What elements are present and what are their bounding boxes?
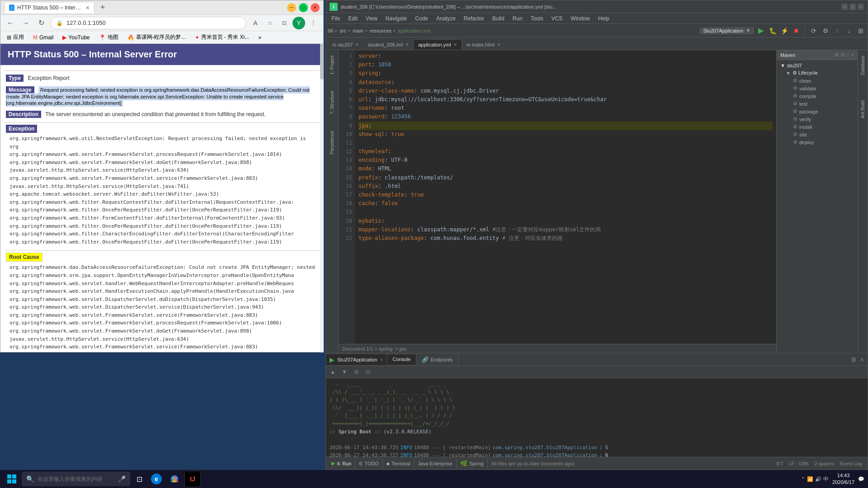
console-settings-icon[interactable]: ⚙ — [851, 356, 857, 363]
task-view-button[interactable]: ⊡ — [132, 472, 146, 486]
menu-item-run[interactable]: Run — [509, 14, 526, 23]
menu-item-code[interactable]: Code — [411, 14, 432, 23]
maven-clean[interactable]: ⚙ clean — [778, 77, 856, 84]
bookmark-gmail[interactable]: M Gmail — [30, 33, 56, 42]
endpoints-tab[interactable]: 🔗 Endpoints — [416, 355, 458, 365]
maven-settings-icon[interactable]: ⚙ — [835, 52, 839, 58]
back-button[interactable]: ← — [4, 17, 17, 29]
network-icon[interactable]: 📶 — [807, 476, 813, 482]
tab-close-icon[interactable]: × — [355, 42, 359, 48]
maven-package[interactable]: ⚙ package — [778, 108, 856, 115]
maximize-button[interactable]: □ — [299, 3, 308, 12]
expand-tray-icon[interactable]: ⌃ — [801, 476, 805, 482]
minimize-button[interactable]: ─ — [287, 3, 296, 12]
menu-icon[interactable]: ⋮ — [307, 17, 320, 29]
menu-item-view[interactable]: View — [362, 14, 381, 23]
maven-install[interactable]: ⚙ install — [778, 123, 856, 131]
ide-restore-button[interactable]: □ — [849, 4, 856, 10]
ide-tab-student_206.iml[interactable]: student_206.iml× — [363, 40, 413, 50]
menu-item-file[interactable]: File — [328, 14, 344, 23]
todo-tab[interactable]: 6: TODO — [355, 459, 383, 468]
bookmark-maps[interactable]: 📍 地图 — [96, 33, 121, 42]
taskbar-intellij-icon[interactable]: IJ — [184, 471, 201, 487]
browser-tab[interactable]: i HTTP Status 500 – Internal Se... × — [4, 2, 94, 13]
menu-item-help[interactable]: Help — [594, 14, 613, 23]
structure-panel-icon[interactable]: 7: Structure — [328, 87, 336, 118]
console-close-icon[interactable]: × — [860, 356, 864, 363]
bookmark-star-icon[interactable]: ☆ — [264, 17, 276, 29]
start-button[interactable] — [4, 471, 20, 487]
run-status-tab[interactable]: ▶ 4: Run — [328, 459, 355, 468]
java-enterprise-tab[interactable]: Java Enterprise — [414, 459, 456, 468]
menu-item-vcs[interactable]: VCS — [548, 14, 566, 23]
menu-item-window[interactable]: Window — [567, 14, 594, 23]
address-bar[interactable]: 🔒 127.0.0.1:1050 — [50, 17, 246, 29]
maven-add-icon[interactable]: + — [851, 52, 854, 58]
menu-item-tools[interactable]: Tools — [527, 14, 547, 23]
menu-item-analyze[interactable]: Analyze — [433, 14, 459, 23]
console-print[interactable]: ⊡ — [363, 367, 373, 377]
run-tab-close[interactable]: × — [380, 357, 383, 362]
screen-capture-icon[interactable]: ⊡ — [278, 17, 291, 29]
bookmark-youtube[interactable]: ▶ YouTube — [60, 33, 92, 42]
taskbar-search-input[interactable] — [38, 476, 114, 482]
ant-build-icon[interactable]: Ant Build — [859, 97, 867, 122]
stop-button[interactable]: ■ — [791, 26, 801, 36]
ide-close-button[interactable]: × — [858, 4, 864, 10]
maven-test[interactable]: ⚙ test — [778, 100, 856, 108]
forward-button[interactable]: → — [19, 17, 32, 29]
new-tab-button[interactable]: + — [97, 2, 108, 13]
console-scroll-up[interactable]: ▲ — [328, 367, 338, 377]
debug-button[interactable]: 🐛 — [768, 26, 778, 36]
chinese-input-icon[interactable]: 中 — [823, 475, 829, 483]
app-dropdown-icon[interactable]: ▼ — [746, 28, 750, 33]
maven-refresh-icon[interactable]: ⟳ — [841, 52, 845, 58]
menu-item-edit[interactable]: Edit — [344, 14, 361, 23]
translate-icon[interactable]: A — [249, 17, 262, 29]
profile-icon[interactable]: Y — [292, 17, 305, 29]
maven-site[interactable]: ⚙ site — [778, 131, 856, 138]
console-tab[interactable]: Console — [387, 355, 416, 365]
ide-tab-application.yml[interactable]: application.yml× — [413, 39, 462, 50]
code-editor[interactable]: server: port: 1050 spring: datasource: d… — [355, 50, 776, 344]
taskbar-search[interactable]: 🔍 🎤 — [22, 472, 130, 486]
bookmark-more[interactable]: » — [255, 33, 264, 42]
settings-button[interactable]: ⚙ — [821, 26, 830, 36]
ide-minimize-button[interactable]: ─ — [841, 4, 848, 10]
close-button[interactable]: × — [311, 3, 320, 12]
maven-deploy[interactable]: ⚙ deploy — [778, 138, 856, 146]
vcs-button[interactable]: ↑ — [832, 26, 842, 36]
console-clear[interactable]: ⊘ — [351, 367, 361, 377]
bookmark-apps[interactable]: ⊞ 应用 — [4, 33, 27, 42]
git-history-button[interactable]: ⊞ — [856, 26, 866, 36]
menu-item-refactor[interactable]: Refactor — [460, 14, 488, 23]
microphone-icon[interactable]: 🎤 — [118, 475, 126, 483]
reload-button[interactable]: ↻ — [35, 17, 47, 29]
maven-root[interactable]: ▼ stu207 — [778, 62, 856, 69]
project-panel-icon[interactable]: 1: Project — [328, 52, 336, 78]
taskbar-ie-icon[interactable]: e — [148, 471, 165, 487]
notification-icon[interactable]: 💬 — [858, 476, 864, 482]
volume-icon[interactable]: 🔊 — [815, 476, 821, 482]
taskbar-chrome-icon[interactable] — [166, 471, 183, 487]
maven-lifecycle[interactable]: ▼ ⚙ Lifecycle — [778, 69, 856, 77]
update-button[interactable]: ⟳ — [809, 26, 819, 36]
bookmark-xiumi[interactable]: ✦ 秀米首页 - 秀米 Xi... — [192, 33, 252, 42]
maven-compile[interactable]: ⚙ compile — [778, 92, 856, 100]
tab-close-icon[interactable]: × — [497, 42, 500, 48]
maven-download-icon[interactable]: ↓ — [847, 52, 849, 58]
menu-item-build[interactable]: Build — [489, 14, 508, 23]
terminal-tab[interactable]: ■ Terminal — [383, 459, 414, 468]
run-button[interactable]: ▶ — [756, 26, 766, 36]
menu-item-navigate[interactable]: Navigate — [382, 14, 410, 23]
run-with-coverage-button[interactable]: ⚡ — [779, 26, 789, 36]
ide-tab-mindex.html[interactable]: m index.html× — [462, 40, 505, 50]
maven-validate[interactable]: ⚙ validate — [778, 84, 856, 92]
maven-verify[interactable]: ⚙ verify — [778, 115, 856, 123]
git-pull-button[interactable]: ↓ — [844, 26, 854, 36]
tab-close-button[interactable]: × — [86, 4, 90, 11]
console-scroll-down[interactable]: ▼ — [340, 367, 349, 377]
spring-tab[interactable]: 🌿 Spring — [457, 458, 488, 469]
bookmark-mooc[interactable]: 🔥 慕课网-程序员的梦... — [125, 33, 189, 42]
event-log-link[interactable]: Event Log — [840, 461, 862, 466]
